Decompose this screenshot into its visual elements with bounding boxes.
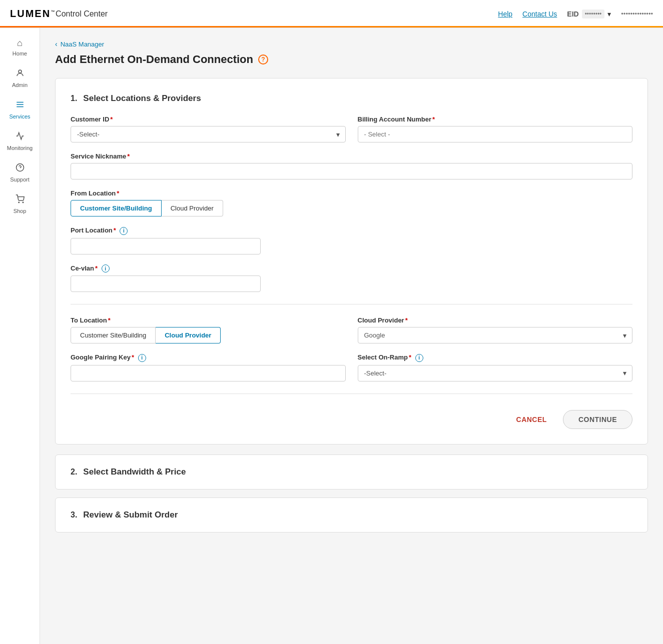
step-2-card: 2. Select Bandwidth & Price xyxy=(55,454,648,490)
select-on-ramp-info-icon[interactable]: i xyxy=(415,354,423,362)
eid-value: •••••••• xyxy=(582,10,605,18)
topbar-orange-line xyxy=(0,26,663,28)
from-location-toggle: Customer Site/Building Cloud Provider xyxy=(71,200,632,216)
section-divider xyxy=(71,304,632,304)
page-title: Add Ethernet On-Demand Connection ? xyxy=(55,53,648,66)
from-location-label: From Location* xyxy=(71,190,632,197)
step-1-header: 1. Select Locations & Providers xyxy=(71,94,632,104)
help-link[interactable]: Help xyxy=(498,10,512,18)
ce-vlan-info-icon[interactable]: i xyxy=(102,264,110,272)
app-title: Control Center xyxy=(56,10,108,18)
to-location-label: To Location* xyxy=(71,316,346,324)
ce-vlan-input[interactable] xyxy=(71,276,261,292)
step-1-number: 1. xyxy=(71,94,77,103)
monitoring-icon xyxy=(16,132,25,143)
sidebar-label-home: Home xyxy=(13,50,27,56)
billing-account-input[interactable] xyxy=(358,126,633,142)
google-pairing-key-input[interactable] xyxy=(71,365,346,382)
layout: ⌂ Home Admin Services Monitoring Suppo xyxy=(0,28,663,644)
form-row-customer: Customer ID* -Select- ▾ Billing Account … xyxy=(71,116,632,142)
form-row-pairing: Google Pairing Key* i Select On-Ramp* i … xyxy=(71,354,632,382)
step-3-card: 3. Review & Submit Order xyxy=(55,498,648,532)
sidebar-label-shop: Shop xyxy=(14,208,27,214)
sidebar-item-services[interactable]: Services xyxy=(0,95,40,124)
cloud-provider-label: Cloud Provider* xyxy=(358,316,633,324)
form-row-nickname: Service Nickname* xyxy=(71,152,632,180)
service-nickname-group: Service Nickname* xyxy=(71,152,632,180)
form-row-port-location: Port Location* i xyxy=(71,226,632,254)
form-row-from-location: From Location* Customer Site/Building Cl… xyxy=(71,190,632,216)
admin-icon xyxy=(16,68,25,80)
home-icon: ⌂ xyxy=(17,38,23,48)
cloud-provider-group: Cloud Provider* Google ▾ xyxy=(358,316,633,344)
customer-id-group: Customer ID* -Select- ▾ xyxy=(71,116,346,142)
google-pairing-key-group: Google Pairing Key* i xyxy=(71,354,346,382)
step-3-header: 3. Review & Submit Order xyxy=(71,510,632,520)
billing-account-group: Billing Account Number* xyxy=(358,116,633,142)
billing-account-label: Billing Account Number* xyxy=(358,116,633,123)
step-2-header: 2. Select Bandwidth & Price xyxy=(71,467,632,477)
from-customer-site-button[interactable]: Customer Site/Building xyxy=(71,200,162,216)
to-customer-site-button[interactable]: Customer Site/Building xyxy=(71,327,156,344)
continue-button[interactable]: CONTINUE xyxy=(563,410,632,429)
main-content: ‹ NaaS Manager Add Ethernet On-Demand Co… xyxy=(40,28,663,644)
step-1-title: Select Locations & Providers xyxy=(83,94,201,104)
eid-label: EID xyxy=(567,10,578,18)
google-pairing-key-label: Google Pairing Key* i xyxy=(71,354,346,362)
from-cloud-provider-button[interactable]: Cloud Provider xyxy=(162,200,223,216)
google-pairing-key-info-icon[interactable]: i xyxy=(138,354,146,362)
sidebar-label-support: Support xyxy=(10,176,30,182)
select-on-ramp-wrapper: -Select- ▾ xyxy=(358,365,633,382)
step-3-title: Review & Submit Order xyxy=(83,510,178,520)
svg-point-6 xyxy=(19,202,20,203)
to-location-group: To Location* Customer Site/Building Clou… xyxy=(71,316,346,344)
shop-icon xyxy=(16,194,25,206)
select-on-ramp-label: Select On-Ramp* i xyxy=(358,354,633,362)
form-row-ce-vlan: Ce-vlan* i xyxy=(71,264,632,292)
user-name: •••••••••••••• xyxy=(621,10,653,18)
sidebar-label-admin: Admin xyxy=(12,82,28,88)
step-1-card: 1. Select Locations & Providers Customer… xyxy=(55,78,648,444)
breadcrumb-link[interactable]: NaaS Manager xyxy=(61,40,104,48)
services-icon xyxy=(16,100,25,112)
breadcrumb: ‹ NaaS Manager xyxy=(55,40,648,48)
to-location-toggle: Customer Site/Building Cloud Provider xyxy=(71,327,346,344)
sidebar-item-home[interactable]: ⌂ Home xyxy=(0,33,40,62)
sidebar-item-monitoring[interactable]: Monitoring xyxy=(0,126,40,156)
customer-id-label: Customer ID* xyxy=(71,116,346,123)
support-icon xyxy=(16,163,25,174)
sidebar-item-support[interactable]: Support xyxy=(0,158,40,188)
step-3-number: 3. xyxy=(71,510,77,520)
sidebar-item-admin[interactable]: Admin xyxy=(0,64,40,93)
from-location-group: From Location* Customer Site/Building Cl… xyxy=(71,190,632,216)
breadcrumb-arrow-icon: ‹ xyxy=(55,40,58,48)
page-help-icon[interactable]: ? xyxy=(258,54,268,64)
step-2-title: Select Bandwidth & Price xyxy=(83,467,186,477)
select-on-ramp-group: Select On-Ramp* i -Select- ▾ xyxy=(358,354,633,382)
cancel-button[interactable]: CANCEL xyxy=(508,410,555,428)
topbar: LUMEN™ Control Center Help Contact Us EI… xyxy=(0,0,663,28)
contact-us-link[interactable]: Contact Us xyxy=(522,10,557,18)
port-location-group: Port Location* i xyxy=(71,226,261,254)
service-nickname-label: Service Nickname* xyxy=(71,152,632,160)
step-2-number: 2. xyxy=(71,468,77,476)
eid-chevron-icon: ▾ xyxy=(607,10,611,18)
ce-vlan-group: Ce-vlan* i xyxy=(71,264,261,292)
sidebar-label-monitoring: Monitoring xyxy=(7,145,33,151)
form-row-to-location: To Location* Customer Site/Building Clou… xyxy=(71,316,632,344)
port-location-info-icon[interactable]: i xyxy=(120,227,128,235)
cloud-provider-select[interactable]: Google xyxy=(358,327,633,344)
logo: LUMEN™ xyxy=(10,8,56,20)
sidebar-label-services: Services xyxy=(9,114,30,120)
form-actions: CANCEL CONTINUE xyxy=(71,406,632,429)
customer-id-select[interactable]: -Select- xyxy=(71,126,346,142)
cloud-provider-select-wrapper: Google ▾ xyxy=(358,327,633,344)
eid-section[interactable]: EID •••••••• ▾ xyxy=(567,10,611,18)
ce-vlan-label: Ce-vlan* i xyxy=(71,264,261,273)
port-location-input[interactable] xyxy=(71,238,261,254)
select-on-ramp-select[interactable]: -Select- xyxy=(358,365,633,382)
to-cloud-provider-button[interactable]: Cloud Provider xyxy=(156,327,221,344)
svg-point-0 xyxy=(19,70,22,73)
sidebar-item-shop[interactable]: Shop xyxy=(0,190,40,219)
service-nickname-input[interactable] xyxy=(71,163,632,180)
